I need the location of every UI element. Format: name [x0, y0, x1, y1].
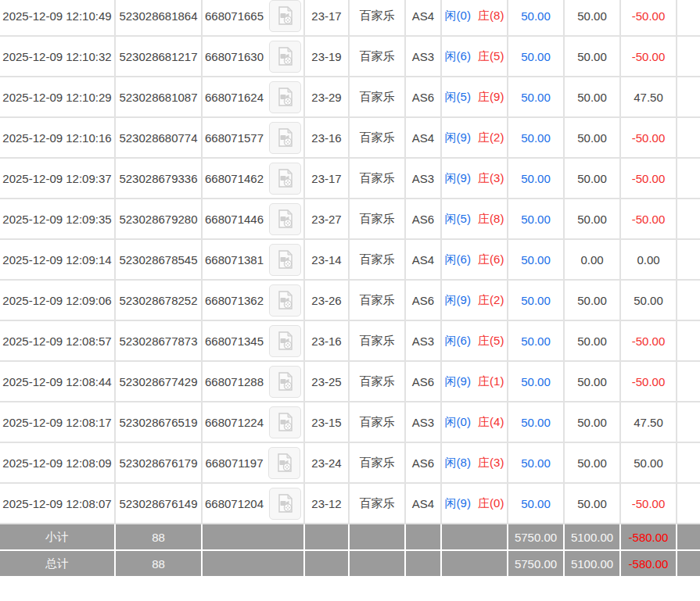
cell-extra: [677, 362, 700, 402]
banker-score: 庄(8): [478, 212, 504, 225]
cell-round-number: 23-17: [305, 159, 350, 199]
video-playback-button[interactable]: [269, 244, 301, 276]
cell-extra: [677, 0, 700, 37]
cell-video: 668071204: [203, 484, 305, 524]
cell-extra: [677, 443, 700, 484]
cell-bet-id: 523028681217: [116, 37, 203, 77]
cell-valid-amount: 50.00: [565, 159, 621, 199]
summary-win-loss-total: -580.00: [621, 551, 677, 578]
cell-video: 668071462: [203, 159, 305, 199]
cell-round-number: 23-16: [305, 321, 350, 362]
cell-game-type: 百家乐: [350, 402, 406, 443]
summary-count: 88: [116, 551, 203, 578]
video-id: 668071630: [205, 50, 264, 63]
cell-round-number: 23-25: [305, 362, 350, 402]
cell-valid-amount: 50.00: [565, 443, 621, 484]
video-playback-button[interactable]: [269, 163, 301, 195]
video-file-icon: [275, 87, 296, 107]
bet-records-table: 2025-12-09 12:10:49 523028681864 6680716…: [0, 0, 700, 578]
banker-score: 庄(4): [478, 415, 504, 428]
player-score: 闲(9): [445, 131, 471, 144]
cell-valid-amount: 50.00: [565, 118, 621, 159]
video-playback-button[interactable]: [269, 81, 301, 113]
player-score: 闲(0): [445, 415, 471, 428]
video-playback-button[interactable]: [269, 122, 301, 154]
summary-empty-cell: [677, 524, 700, 551]
video-playback-button[interactable]: [269, 284, 301, 317]
banker-score: 庄(6): [478, 252, 504, 266]
cell-win-loss: -50.00: [621, 0, 677, 37]
video-playback-button[interactable]: [269, 366, 301, 398]
cell-table-code: AS4: [406, 240, 442, 281]
cell-game-result: 闲(8) 庄(3): [442, 443, 508, 484]
cell-round-number: 23-19: [305, 37, 350, 77]
video-playback-button[interactable]: [269, 0, 301, 32]
cell-valid-amount: 50.00: [565, 484, 621, 524]
cell-game-type: 百家乐: [350, 0, 406, 37]
cell-bet-time: 2025-12-09 12:10:32: [0, 37, 116, 77]
cell-extra: [677, 118, 700, 159]
video-id: 668071197: [206, 456, 264, 470]
cell-extra: [677, 484, 700, 524]
cell-round-number: 23-17: [305, 0, 350, 37]
player-score: 闲(5): [445, 90, 471, 103]
cell-bet-time: 2025-12-09 12:08:09: [0, 443, 116, 484]
cell-valid-amount: 0.00: [565, 240, 621, 281]
cell-table-code: AS6: [406, 362, 442, 402]
cell-bet-amount: 50.00: [508, 118, 565, 159]
summary-count: 88: [116, 524, 203, 551]
player-score: 闲(6): [445, 334, 471, 347]
player-score: 闲(5): [445, 212, 471, 225]
cell-video: 668071288: [203, 362, 305, 402]
cell-round-number: 23-27: [305, 199, 350, 240]
cell-game-type: 百家乐: [350, 362, 406, 402]
video-playback-button[interactable]: [269, 41, 301, 73]
cell-table-code: AS4: [406, 0, 442, 37]
video-file-icon: [275, 5, 296, 26]
table-row: 2025-12-09 12:08:57 523028677873 6680713…: [0, 321, 700, 362]
video-file-icon: [275, 453, 295, 473]
cell-game-result: 闲(9) 庄(1): [442, 362, 508, 402]
cell-win-loss: 47.50: [621, 402, 677, 443]
summary-empty-cell: [406, 551, 442, 578]
summary-empty-cell: [442, 551, 508, 578]
player-score: 闲(6): [445, 49, 471, 63]
cell-video: 668071665: [203, 0, 305, 37]
cell-table-code: AS3: [406, 321, 442, 362]
cell-game-type: 百家乐: [350, 240, 406, 281]
cell-round-number: 23-15: [305, 402, 350, 443]
cell-bet-amount: 50.00: [508, 362, 565, 402]
cell-bet-amount: 50.00: [508, 443, 565, 484]
banker-score: 庄(1): [478, 374, 504, 388]
summary-empty-cell: [406, 524, 442, 551]
cell-win-loss: 0.00: [621, 240, 677, 281]
cell-video: 668071381: [203, 240, 305, 281]
banker-score: 庄(3): [478, 456, 504, 469]
cell-valid-amount: 50.00: [565, 199, 621, 240]
cell-game-type: 百家乐: [350, 484, 406, 524]
video-playback-button[interactable]: [269, 325, 301, 357]
cell-valid-amount: 50.00: [565, 362, 621, 402]
video-playback-button[interactable]: [269, 488, 301, 520]
cell-extra: [677, 159, 700, 199]
cell-bet-id: 523028678252: [116, 281, 203, 321]
banker-score: 庄(0): [478, 496, 504, 510]
cell-game-type: 百家乐: [350, 281, 406, 321]
cell-valid-amount: 50.00: [565, 402, 621, 443]
cell-win-loss: -50.00: [621, 321, 677, 362]
video-playback-button[interactable]: [269, 203, 301, 235]
cell-bet-amount: 50.00: [508, 159, 565, 199]
cell-bet-amount: 50.00: [508, 281, 565, 321]
cell-bet-time: 2025-12-09 12:09:14: [0, 240, 116, 281]
summary-empty-cell: [305, 524, 350, 551]
video-playback-button[interactable]: [268, 447, 300, 479]
video-playback-button[interactable]: [269, 406, 301, 438]
player-score: 闲(9): [445, 171, 471, 184]
cell-bet-id: 523028679280: [116, 199, 203, 240]
summary-win-loss-total: -580.00: [621, 524, 677, 551]
cell-table-code: AS3: [406, 402, 442, 443]
video-id: 668071665: [205, 9, 264, 23]
cell-game-result: 闲(6) 庄(5): [442, 37, 508, 77]
cell-video: 668071197: [203, 443, 305, 484]
cell-game-result: 闲(9) 庄(2): [442, 281, 508, 321]
